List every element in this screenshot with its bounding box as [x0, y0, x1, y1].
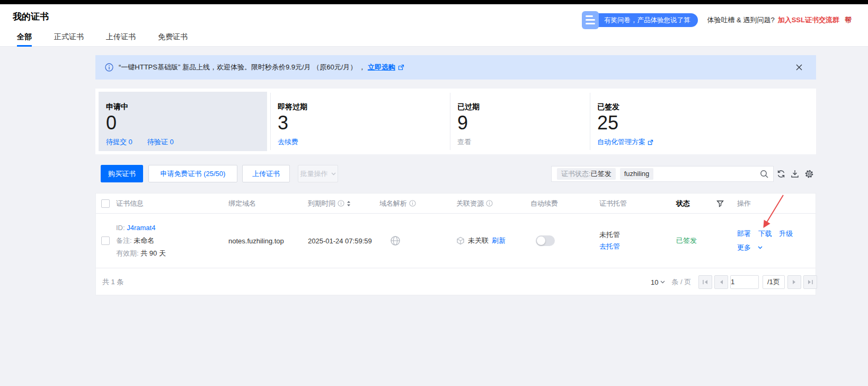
- row-checkbox[interactable]: [101, 236, 110, 245]
- domain-cell: notes.fuzhiling.top: [228, 237, 308, 245]
- prev-page-button[interactable]: [714, 275, 728, 289]
- stat-card-applying[interactable]: 申请中 0 待提交 0 待验证 0: [99, 92, 267, 151]
- automation-plan-link[interactable]: 自动化管理方案: [597, 137, 653, 147]
- stat-value: 0: [106, 112, 117, 134]
- refresh-resource-link[interactable]: 刷新: [492, 236, 506, 245]
- hosting-cell: 未托管 去托管: [599, 229, 676, 252]
- col-domain: 绑定域名: [228, 199, 308, 208]
- stat-value: 25: [597, 112, 618, 134]
- stat-card-issued[interactable]: 已签发 25 自动化管理方案: [590, 92, 813, 151]
- survey-badge-label[interactable]: 有奖问卷，产品体验您说了算: [591, 13, 698, 27]
- chevron-down-icon: [660, 280, 665, 284]
- stat-card-expired[interactable]: 已过期 9 查看: [450, 92, 590, 151]
- info-circle-icon: [409, 200, 416, 207]
- join-ssl-group-link[interactable]: 加入SSL证书交流群: [778, 15, 839, 25]
- info-circle-icon: [486, 200, 493, 207]
- promo-banner: “一键HTTPS基础版” 新品上线，欢迎体验。限时秒杀价9.9元/月 （原60元…: [95, 55, 816, 80]
- view-expired-link[interactable]: 查看: [457, 137, 471, 147]
- expire-time-cell: 2025-01-24 07:59:59: [308, 237, 379, 245]
- page-number-input[interactable]: 1: [730, 275, 759, 289]
- actions-cell: 部署 下载 升级 更多: [737, 227, 816, 254]
- table-header-row: 证书信息 绑定域名 到期时间 域名解析 关联资源 自动续费 证书托管 状态 操作: [96, 194, 816, 214]
- col-hosting: 证书托管: [599, 199, 676, 208]
- survey-doc-icon: [582, 11, 599, 29]
- top-black-bar: [0, 0, 868, 4]
- chevron-down-icon: [758, 246, 763, 249]
- stat-label: 即将过期: [278, 102, 307, 112]
- promo-buy-now-link[interactable]: 立即选购: [368, 63, 395, 72]
- resource-cell: 未关联 刷新: [456, 236, 530, 245]
- col-actions: 操作: [737, 199, 816, 208]
- total-pages-label: /1页: [763, 275, 785, 289]
- page-size-select[interactable]: 10 条 / 页: [651, 275, 691, 289]
- col-auto-renew: 自动续费: [530, 199, 599, 208]
- tab-all[interactable]: 全部: [17, 31, 32, 47]
- cert-table: 证书信息 绑定域名 到期时间 域名解析 关联资源 自动续费 证书托管 状态 操作…: [95, 193, 816, 295]
- download-link[interactable]: 下载: [758, 230, 772, 238]
- auto-renew-toggle[interactable]: [536, 235, 555, 246]
- close-icon[interactable]: [794, 62, 804, 73]
- go-hosting-link[interactable]: 去托管: [599, 241, 676, 252]
- feedback-text: 体验吐槽 & 遇到问题?: [707, 15, 775, 25]
- renew-link[interactable]: 去续费: [278, 137, 298, 147]
- filter-chip-keyword[interactable]: fuzhiling: [620, 168, 654, 180]
- upgrade-link[interactable]: 升级: [779, 230, 793, 238]
- stats-panel: 申请中 0 待提交 0 待验证 0 即将过期 3 去续费 已过期 9 查看 已签…: [95, 89, 816, 154]
- cert-info-cell: ID: J4ramat4 备注: 未命名 有效期: 共 90 天: [116, 222, 228, 260]
- first-page-button[interactable]: [698, 275, 712, 289]
- apply-free-cert-button[interactable]: 申请免费证书 (25/50): [148, 165, 237, 182]
- col-expire-time: 到期时间: [308, 199, 379, 208]
- page-title: 我的证书: [13, 11, 49, 23]
- stat-label: 已签发: [597, 102, 619, 112]
- auto-renew-cell: [530, 235, 599, 246]
- stat-label: 申请中: [106, 102, 128, 112]
- sort-icon[interactable]: [347, 200, 351, 207]
- stat-label: 已过期: [457, 102, 480, 112]
- refresh-icon[interactable]: [776, 169, 787, 180]
- dns-cell: [379, 235, 456, 246]
- col-dns: 域名解析: [379, 199, 456, 208]
- search-input[interactable]: 证书状态:已签发 fuzhiling: [551, 166, 774, 182]
- gear-icon[interactable]: [804, 169, 815, 180]
- help-link-partial[interactable]: 帮: [845, 15, 852, 25]
- download-icon[interactable]: [790, 169, 801, 180]
- next-page-button[interactable]: [787, 275, 801, 289]
- status-badge: 已签发: [676, 236, 737, 245]
- col-status: 状态: [676, 199, 737, 208]
- batch-operation-button: 批量操作: [298, 165, 338, 182]
- header-right-cluster: 有奖问卷，产品体验您说了算 体验吐槽 & 遇到问题? 加入SSL证书交流群 帮: [582, 8, 868, 32]
- buy-cert-button[interactable]: 购买证书: [101, 165, 143, 182]
- stat-value: 3: [278, 112, 288, 134]
- filter-funnel-icon[interactable]: [716, 200, 724, 207]
- app-header: 我的证书 全部 正式证书 上传证书 免费证书 有奖问卷，产品体验您说了算 体验吐…: [0, 4, 868, 47]
- last-page-button[interactable]: [803, 275, 817, 289]
- chevron-down-icon: [331, 172, 336, 176]
- info-circle-icon: [105, 63, 113, 72]
- upload-cert-button[interactable]: 上传证书: [242, 165, 290, 182]
- deploy-link[interactable]: 部署: [737, 230, 751, 238]
- select-all-checkbox[interactable]: [101, 199, 110, 208]
- resource-cube-icon: [456, 236, 465, 245]
- table-row: ID: J4ramat4 备注: 未命名 有效期: 共 90 天 notes.f…: [96, 214, 816, 268]
- search-icon[interactable]: [759, 169, 769, 179]
- external-link-icon: [648, 139, 653, 145]
- tab-free-cert[interactable]: 免费证书: [158, 31, 188, 47]
- filter-chip-status[interactable]: 证书状态:已签发: [557, 168, 616, 180]
- col-cert-info: 证书信息: [116, 199, 228, 208]
- survey-banner[interactable]: 有奖问卷，产品体验您说了算: [582, 11, 698, 29]
- table-footer: 共 1 条 10 条 / 页 1 /1页: [96, 268, 816, 295]
- external-link-icon: [398, 64, 404, 71]
- more-link[interactable]: 更多: [737, 241, 751, 254]
- info-circle-icon: [338, 200, 344, 207]
- globe-icon[interactable]: [390, 235, 401, 246]
- stat-value: 9: [457, 112, 468, 134]
- tab-bar: 全部 正式证书 上传证书 免费证书: [17, 31, 188, 47]
- tab-uploaded-cert[interactable]: 上传证书: [106, 31, 136, 47]
- tab-formal-cert[interactable]: 正式证书: [54, 31, 84, 47]
- stat-card-expiring[interactable]: 即将过期 3 去续费: [270, 92, 450, 151]
- promo-text: “一键HTTPS基础版” 新品上线，欢迎体验。限时秒杀价9.9元/月 （原60元…: [119, 63, 366, 72]
- pending-verify-link[interactable]: 待验证 0: [147, 137, 174, 147]
- pending-submit-link[interactable]: 待提交 0: [106, 137, 132, 147]
- total-count: 共 1 条: [102, 277, 123, 287]
- cert-id-link[interactable]: J4ramat4: [127, 224, 155, 232]
